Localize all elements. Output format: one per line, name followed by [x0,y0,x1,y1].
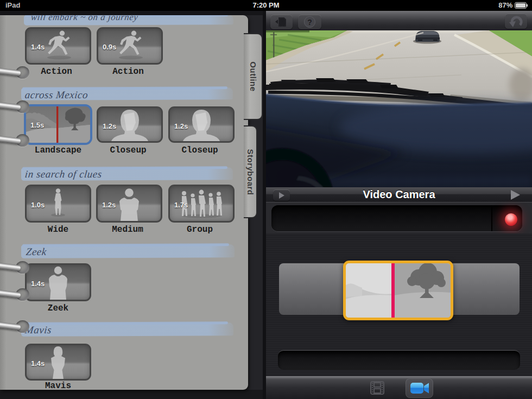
svg-text:?: ? [307,18,312,27]
